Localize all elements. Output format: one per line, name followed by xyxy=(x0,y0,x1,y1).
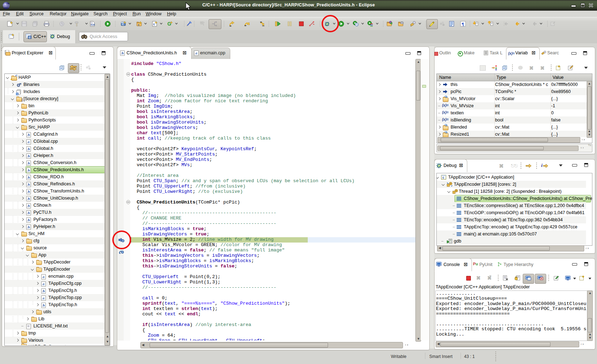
svg-text:¶: ¶ xyxy=(462,21,464,27)
svg-text:i: i xyxy=(541,163,543,168)
svg-text:10: 10 xyxy=(20,83,22,85)
svg-text:G: G xyxy=(167,21,171,27)
svg-text:c: c xyxy=(153,22,155,26)
svg-text:010: 010 xyxy=(91,24,95,26)
svg-text:c: c xyxy=(442,176,444,179)
svg-text:C: C xyxy=(122,23,124,26)
svg-text:C: C xyxy=(29,36,31,39)
svg-text:c: c xyxy=(138,23,140,26)
